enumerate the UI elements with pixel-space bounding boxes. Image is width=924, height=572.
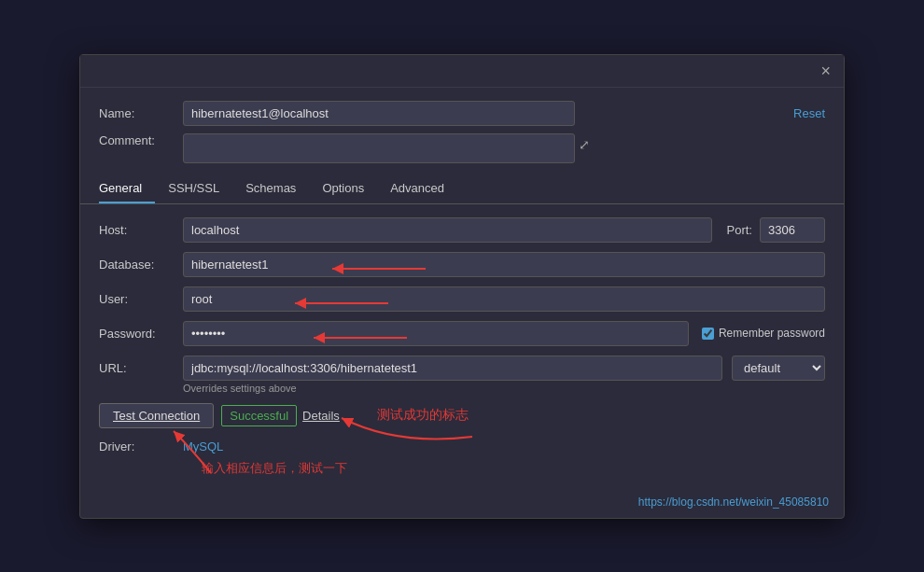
driver-label: Driver:	[99, 439, 183, 453]
name-left: Name:	[99, 101, 793, 126]
password-input[interactable]	[183, 321, 689, 346]
remember-password-checkbox[interactable]	[702, 328, 714, 340]
database-input[interactable]	[183, 252, 825, 277]
comment-row: Comment: ⤢	[99, 133, 825, 163]
input-annotation-text: 输入相应信息后，测试一下	[202, 461, 347, 475]
driver-link[interactable]: MySQL	[183, 439, 223, 453]
password-section: Password: Remember password	[99, 321, 825, 346]
host-input[interactable]	[183, 217, 712, 243]
name-label: Name:	[99, 106, 183, 120]
password-label: Password:	[99, 327, 183, 341]
host-label: Host:	[99, 223, 183, 237]
database-section: Database:	[99, 252, 825, 277]
connection-dialog: × Name: Reset Comment: ⤢ General SSH/SSL…	[79, 54, 845, 519]
reset-link[interactable]: Reset	[793, 106, 825, 120]
details-link[interactable]: Details	[302, 409, 340, 423]
tab-options[interactable]: Options	[309, 174, 377, 203]
url-row: URL: default mysql8 mariadb	[99, 356, 825, 381]
host-row: Host: Port:	[99, 217, 825, 243]
user-row: User:	[99, 286, 825, 312]
port-label: Port:	[727, 223, 752, 237]
url-driver-dropdown[interactable]: default mysql8 mariadb	[732, 356, 825, 381]
success-annotation: 测试成功的标志	[377, 407, 469, 424]
remember-password-text: Remember password	[719, 327, 825, 340]
remember-password-label[interactable]: Remember password	[702, 327, 825, 340]
user-input[interactable]	[183, 286, 825, 312]
footer-url: https://blog.csdn.net/weixin_45085810	[638, 495, 829, 509]
database-row: Database:	[99, 252, 825, 277]
dialog-body: Name: Reset Comment: ⤢ General SSH/SSL S…	[80, 88, 844, 490]
name-row: Name: Reset	[99, 101, 825, 126]
url-label: URL:	[99, 361, 183, 375]
close-icon[interactable]: ×	[817, 61, 834, 81]
titlebar: ×	[80, 55, 844, 88]
tabs-bar: General SSH/SSL Schemas Options Advanced	[80, 174, 844, 204]
name-input[interactable]	[183, 101, 575, 126]
test-row: Test Connection Successful Details 测试成功的…	[99, 403, 825, 428]
footer-bar: https://blog.csdn.net/weixin_45085810	[80, 490, 844, 518]
input-annotation: 输入相应信息后，测试一下	[202, 459, 825, 477]
password-row: Password: Remember password	[99, 321, 825, 346]
overrides-text: Overrides settings above	[183, 383, 825, 394]
tab-general[interactable]: General	[99, 174, 155, 203]
port-input[interactable]	[760, 217, 825, 243]
driver-row: Driver: MySQL	[99, 439, 825, 453]
user-section: User:	[99, 286, 825, 312]
test-connection-button[interactable]: Test Connection	[99, 403, 214, 428]
tab-schemas[interactable]: Schemas	[232, 174, 309, 203]
tab-advanced[interactable]: Advanced	[377, 174, 457, 203]
comment-input[interactable]	[183, 133, 575, 163]
user-label: User:	[99, 292, 183, 306]
comment-label: Comment:	[99, 133, 183, 147]
url-input[interactable]	[183, 356, 722, 381]
expand-icon[interactable]: ⤢	[579, 137, 590, 152]
success-badge: Successful	[221, 405, 297, 426]
test-section: Test Connection Successful Details 测试成功的…	[99, 403, 825, 428]
tab-sshssl[interactable]: SSH/SSL	[155, 174, 232, 203]
database-label: Database:	[99, 258, 183, 272]
